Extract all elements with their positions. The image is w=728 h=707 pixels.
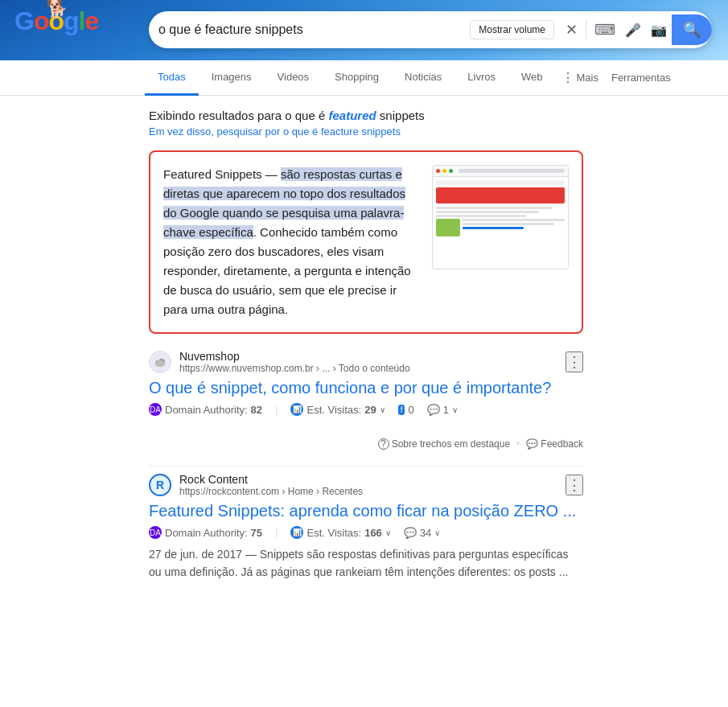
feedback-link[interactable]: 💬 Feedback xyxy=(526,438,583,450)
volume-button[interactable]: Mostrar volume xyxy=(470,20,554,39)
search-instead-link[interactable]: Em vez disso, pesquisar por o que é feac… xyxy=(149,125,583,138)
result-menu-nuvemshop[interactable]: ⋮ xyxy=(566,351,583,372)
result-title-nuvemshop[interactable]: O que é snippet, como funciona e por que… xyxy=(149,377,583,398)
visits-chevron[interactable]: ∨ xyxy=(380,405,385,414)
logo-text: Goo🐕gle xyxy=(14,6,98,36)
about-snippets-link[interactable]: ? Sobre trechos em destaque xyxy=(378,438,510,450)
question-icon: ? xyxy=(378,438,389,450)
dots-icon: ⋮ xyxy=(561,70,574,85)
snippet-image xyxy=(432,165,569,319)
main-content: Exibindo resultados para o que é feature… xyxy=(0,96,728,613)
search-input[interactable] xyxy=(158,23,470,37)
comments-icon-rock: 💬 xyxy=(404,527,417,539)
mini-hero xyxy=(436,187,565,203)
metrics-rockcontent: DA Domain Authority: 75 | 📊 Est. Visitas… xyxy=(149,526,583,539)
visits-label: Est. Visitas: xyxy=(306,404,361,416)
snippet-date: 27 de jun. de 2017 — xyxy=(149,548,260,561)
correction-text: Exibindo resultados para o que é xyxy=(149,109,325,122)
cloud-icon xyxy=(154,356,167,368)
tab-videos[interactable]: Videos xyxy=(265,60,323,96)
comments-metric-rockcontent: 💬 34 ∨ xyxy=(404,527,440,539)
da-value: 82 xyxy=(251,404,262,416)
mini-dot-red xyxy=(436,169,440,173)
top-banner: Goo🐕gle Mostrar volume ✕ ⌨ 🎤 📷 🔍 xyxy=(0,0,728,60)
snippet-text-before: Featured Snippets — xyxy=(163,167,281,181)
result-title-rockcontent[interactable]: Featured Snippets: aprenda como ficar na… xyxy=(149,500,583,521)
site-info-nuvemshop: Nuvemshop https://www.nuvemshop.com.br ›… xyxy=(179,350,410,374)
result-nuvemshop: Nuvemshop https://www.nuvemshop.com.br ›… xyxy=(149,350,583,416)
mini-browser-bar xyxy=(433,166,568,177)
metrics-divider: | xyxy=(275,404,278,416)
result-snippet-rockcontent: 27 de jun. de 2017 — Snippets são respos… xyxy=(149,545,583,581)
tab-shopping[interactable]: Shopping xyxy=(322,60,392,96)
site-url-rockcontent: https://rockcontent.com › Home › Recente… xyxy=(179,486,363,497)
mini-link xyxy=(463,227,524,229)
fb-count: 0 xyxy=(408,404,413,416)
camera-icon: 📷 xyxy=(651,23,667,38)
visits-value: 29 xyxy=(364,404,376,416)
snippet-text: Featured Snippets — são respostas curtas… xyxy=(163,165,419,319)
lens-button[interactable]: 📷 xyxy=(646,19,672,41)
mic-icon: 🎤 xyxy=(625,23,641,38)
comments-count: 1 xyxy=(443,404,449,416)
visits-icon: 📊 xyxy=(290,403,303,416)
comments-count-rock: 34 xyxy=(420,527,431,539)
voice-search-button[interactable]: 🎤 xyxy=(620,19,646,41)
mini-nav xyxy=(436,180,565,185)
visits-metric-rockcontent: 📊 Est. Visitas: 166 ∨ xyxy=(290,526,390,539)
comments-icon: 💬 xyxy=(427,404,440,416)
mini-line2 xyxy=(436,211,539,213)
site-url-nuvemshop: https://www.nuvemshop.com.br › ... › Tod… xyxy=(179,363,410,374)
visits-label-rock: Est. Visitas: xyxy=(306,527,361,539)
comments-chevron-rock[interactable]: ∨ xyxy=(434,528,440,537)
favicon-rockcontent: R xyxy=(149,474,171,496)
google-logo[interactable]: Goo🐕gle xyxy=(14,6,98,36)
da-label-rock: Domain Authority: xyxy=(165,527,248,539)
tab-imagens[interactable]: Imagens xyxy=(199,60,265,96)
tab-web[interactable]: Web xyxy=(508,60,556,96)
mini-addressbar xyxy=(459,169,565,173)
mini-text-col xyxy=(463,219,565,236)
nav-more-button[interactable]: ⋮ Mais xyxy=(555,70,604,85)
feedback-icon: 💬 xyxy=(526,438,538,450)
correction-snippets: snippets xyxy=(380,109,425,122)
nav-tabs: Todas Imagens Videos Shopping Noticias L… xyxy=(0,60,728,96)
tab-todas[interactable]: Todas xyxy=(145,60,199,96)
visits-chevron-rock[interactable]: ∨ xyxy=(385,528,391,537)
mini-dot-yellow xyxy=(442,169,446,173)
result-source-nuvemshop: Nuvemshop https://www.nuvemshop.com.br ›… xyxy=(149,350,583,374)
search-button[interactable]: 🔍 xyxy=(672,14,712,45)
result-rockcontent: R Rock Content https://rockcontent.com ›… xyxy=(149,473,583,581)
mini-browser xyxy=(432,165,569,269)
keyboard-icon: ⌨ xyxy=(594,21,615,39)
result-source-rockcontent: R Rock Content https://rockcontent.com ›… xyxy=(149,473,583,497)
mini-browser-content xyxy=(433,177,568,242)
site-name-nuvemshop: Nuvemshop xyxy=(179,350,410,363)
tab-livros[interactable]: Livros xyxy=(454,60,508,96)
visits-metric-nuvemshop: 📊 Est. Visitas: 29 ∨ xyxy=(290,403,385,416)
result-divider xyxy=(149,466,583,467)
footer-separator: • xyxy=(516,438,520,450)
keyboard-button[interactable]: ⌨ xyxy=(590,18,620,42)
featured-word-link[interactable]: featured xyxy=(329,109,376,122)
snippet-image-placeholder xyxy=(432,165,569,269)
nav-tools-button[interactable]: Ferramentas xyxy=(605,72,677,84)
comments-chevron[interactable]: ∨ xyxy=(452,405,458,414)
clear-button[interactable]: ✕ xyxy=(561,18,582,42)
divider xyxy=(586,20,586,39)
visits-value-rock: 166 xyxy=(364,527,382,539)
facebook-icon: f xyxy=(398,405,405,415)
da-icon-rock: DA xyxy=(149,526,162,539)
mini-img1 xyxy=(436,219,460,236)
site-name-rockcontent: Rock Content xyxy=(179,473,363,486)
metrics-nuvemshop: DA Domain Authority: 82 | 📊 Est. Visitas… xyxy=(149,403,583,416)
result-menu-rockcontent[interactable]: ⋮ xyxy=(566,475,583,495)
fb-metric-nuvemshop: f 0 xyxy=(398,404,414,416)
tab-noticias[interactable]: Noticias xyxy=(392,60,454,96)
mini-line5 xyxy=(463,223,554,225)
da-icon: DA xyxy=(149,403,162,416)
search-icon: 🔍 xyxy=(683,21,701,39)
favicon-nuvemshop xyxy=(149,351,171,373)
comments-metric-nuvemshop: 💬 1 ∨ xyxy=(427,404,458,416)
featured-snippet-box: Featured Snippets — são respostas curtas… xyxy=(149,150,583,334)
